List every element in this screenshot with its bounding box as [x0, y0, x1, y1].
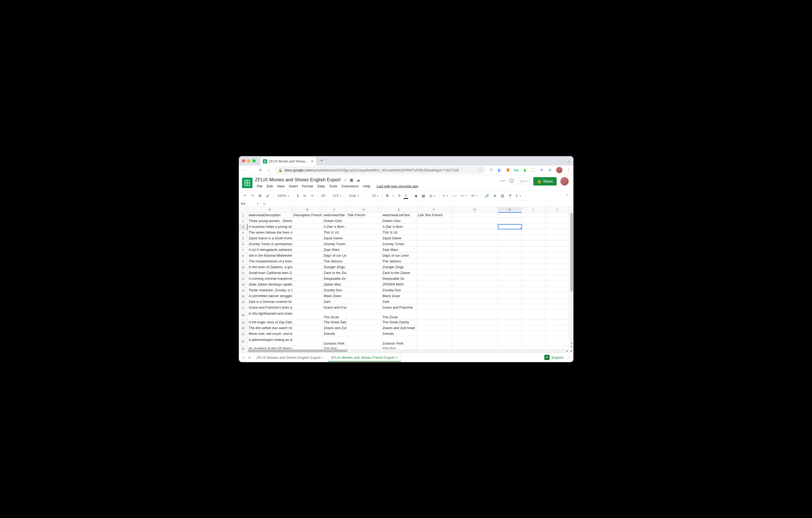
cell[interactable] [545, 213, 569, 218]
cell[interactable] [417, 288, 452, 293]
cell[interactable] [452, 270, 498, 276]
cell[interactable] [292, 276, 323, 281]
cell[interactable] [545, 219, 569, 224]
cell[interactable] [346, 219, 382, 224]
cell[interactable]: Dayz of our Livez [382, 253, 417, 258]
cell[interactable]: Title French [346, 213, 382, 218]
text-rotation-button[interactable]: ⟲ [469, 193, 479, 199]
cell[interactable] [498, 265, 522, 270]
menu-file[interactable]: File [255, 183, 265, 189]
cell[interactable] [522, 320, 545, 325]
cell[interactable] [545, 288, 569, 293]
star-bookmark-icon[interactable]: ☆ [479, 168, 482, 172]
cell[interactable] [452, 320, 498, 325]
cell[interactable] [417, 337, 452, 346]
scroll-right-button[interactable]: ▶ [566, 349, 569, 353]
cell[interactable] [522, 299, 545, 305]
vertical-scrollbar[interactable]: ▲ ▼ [570, 213, 574, 348]
present-button[interactable]: ▢↑▾ [518, 177, 530, 185]
cell[interactable]: A the tragic story of Zay Zatsby [248, 320, 292, 325]
cell[interactable] [498, 294, 522, 298]
row-header[interactable]: 11 [239, 270, 248, 276]
horizontal-align-button[interactable]: ≡ [441, 193, 450, 199]
row-header[interactable]: 24 [239, 352, 248, 353]
explore-button[interactable]: ✦ Explore [542, 353, 566, 362]
cell[interactable]: The Great Zatsb [323, 320, 346, 325]
cell[interactable]: Zaar Wars [323, 248, 346, 253]
cell[interactable] [498, 213, 522, 218]
column-header[interactable]: J [545, 207, 569, 213]
cell[interactable] [346, 337, 382, 346]
all-sheets-button[interactable]: ≡ [247, 354, 252, 361]
back-button[interactable]: ← [241, 168, 246, 172]
menu-edit[interactable]: Edit [265, 183, 274, 189]
paint-format-button[interactable]: 🖌 [265, 193, 271, 199]
extension-icon[interactable]: 👁 [539, 168, 544, 172]
font-size-dropdown[interactable]: 10 [370, 193, 380, 199]
menu-view[interactable]: View [275, 183, 287, 189]
cell[interactable] [292, 288, 323, 293]
cell[interactable] [346, 230, 382, 235]
row-header[interactable]: 3 [239, 224, 248, 230]
maximize-window-button[interactable] [253, 159, 256, 163]
cell[interactable] [417, 282, 452, 287]
column-header[interactable]: C [323, 207, 346, 213]
cell[interactable] [346, 311, 382, 320]
row-header[interactable]: 20 [239, 326, 248, 332]
cell[interactable] [292, 219, 323, 224]
cell[interactable] [417, 248, 452, 253]
cell[interactable]: Zriends [382, 332, 417, 337]
cell[interactable] [292, 259, 323, 264]
cell[interactable] [522, 294, 545, 298]
cell[interactable]: Zeavis and Zutt- [323, 326, 346, 330]
cell[interactable] [545, 305, 569, 310]
cell[interactable]: web/metaTitle [323, 213, 346, 218]
cell[interactable] [498, 288, 522, 293]
move-document-icon[interactable]: ▣ [350, 177, 353, 182]
cell[interactable] [498, 320, 522, 325]
cell[interactable]: Zaar Wars [382, 248, 417, 253]
cell[interactable]: Zcooby Doo [323, 288, 346, 293]
menu-format[interactable]: Format [300, 183, 315, 189]
insert-comment-button[interactable]: ⊕ [492, 193, 498, 199]
cell[interactable] [452, 248, 498, 253]
cell[interactable] [498, 242, 522, 247]
cell[interactable] [452, 230, 498, 235]
menu-data[interactable]: Data [315, 183, 327, 189]
row-header[interactable]: 17 [239, 305, 248, 311]
cell[interactable] [452, 253, 498, 258]
cell[interactable] [292, 311, 323, 320]
last-edit-link[interactable]: Last edit was seconds ago [375, 183, 420, 189]
increase-decimal-button[interactable]: .00→ [319, 193, 330, 199]
number-format-dropdown[interactable]: 123 [331, 193, 343, 199]
cell[interactable]: Zark [382, 299, 417, 305]
text-wrap-button[interactable]: ↩ [459, 193, 468, 199]
cell[interactable] [545, 320, 569, 325]
cell[interactable] [522, 265, 545, 270]
cell[interactable]: ZPIDER MAN [382, 282, 417, 287]
horizontal-scroll-thumb[interactable] [248, 349, 347, 352]
cell[interactable]: A committed dancer struggles t [248, 294, 292, 298]
cell[interactable]: The misadventures of a futuristi [248, 259, 292, 264]
cell[interactable]: In the town of Zawkins, a group [248, 265, 292, 270]
add-sheet-button[interactable]: + [241, 354, 246, 361]
borders-button[interactable]: ▦ [420, 193, 427, 199]
cell[interactable] [452, 265, 498, 270]
cell[interactable] [545, 224, 569, 229]
cell[interactable]: A cunning criminal mastermind [248, 276, 292, 281]
cell[interactable] [545, 259, 569, 264]
sheet-tab-english[interactable]: ZFLIX Movies and Shows English Export ▾ [253, 353, 327, 362]
name-box[interactable]: H3 ▾ [239, 202, 261, 206]
cell[interactable]: Titular character, Zcooby, is acc [248, 288, 292, 293]
cell[interactable] [498, 224, 522, 229]
cell[interactable]: Despicable Ze [382, 276, 417, 281]
strikethrough-button[interactable]: S [397, 193, 402, 199]
cell[interactable] [292, 270, 323, 276]
menu-tools[interactable]: Tools [327, 183, 339, 189]
cell[interactable]: Zooney Tunes [382, 242, 417, 247]
cell[interactable] [545, 276, 569, 281]
cell[interactable] [417, 236, 452, 241]
cell[interactable] [452, 326, 498, 330]
font-family-dropdown[interactable]: Arial [347, 193, 366, 199]
cell[interactable]: Zurassic Park [382, 337, 417, 346]
